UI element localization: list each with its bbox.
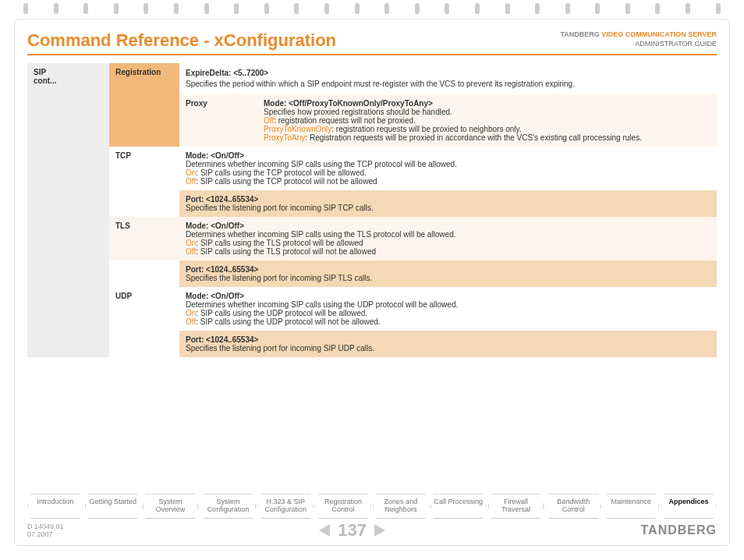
page-number: 137 (338, 520, 367, 541)
expire-delta: ExpireDelta: <5..7200> Specifies the per… (179, 63, 717, 94)
tab-registration-control[interactable]: Registration Control (315, 494, 371, 519)
tab-system-overview[interactable]: System Overview (143, 494, 199, 519)
header: Command Reference - xConfiguration TANDB… (27, 30, 717, 55)
udp-port: Port: <1024..65534> Specifies the listen… (179, 331, 717, 357)
tcp-row: TCP Mode: <On/Off> Determines whether in… (109, 147, 717, 190)
prev-arrow-icon[interactable] (319, 524, 330, 537)
tab-zones-neighbors[interactable]: Zones and Neighbors (373, 494, 429, 519)
config-table: SIP cont... Registration ExpireDelta: <5… (27, 63, 717, 357)
tab-h323-sip[interactable]: H.323 & SIP Configuration (257, 494, 314, 519)
udp-row: UDP Mode: <On/Off> Determines whether in… (109, 287, 717, 331)
tab-appendices[interactable]: Appendices (661, 494, 717, 519)
tab-bandwidth-control[interactable]: Bandwidth Control (545, 494, 601, 519)
page: Command Reference - xConfiguration TANDB… (14, 19, 730, 546)
tls-port: Port: <1024..65534> Specifies the listen… (179, 261, 717, 287)
proxy-row: Proxy Mode: <Off/ProxyToKnownOnly/ProxyT… (179, 94, 717, 147)
footer: D 14049.01 07.2007 137 TANDBERG (27, 520, 717, 541)
pager: 137 (319, 520, 385, 541)
tab-call-processing[interactable]: Call Processing (430, 494, 487, 519)
tab-getting-started[interactable]: Getting Started (85, 494, 141, 519)
tls-row: TLS Mode: <On/Off> Determines whether in… (109, 217, 717, 261)
page-title: Command Reference - xConfiguration (27, 30, 336, 51)
tab-introduction[interactable]: Introduction (27, 494, 83, 519)
registration-label: Registration (109, 63, 179, 147)
sip-label: SIP cont... (27, 63, 109, 357)
nav-tabs: Introduction Getting Started System Over… (27, 494, 717, 519)
tab-maintenance[interactable]: Maintenance (603, 494, 659, 519)
next-arrow-icon[interactable] (374, 524, 385, 537)
brand-logo: TANDBERG (641, 523, 717, 537)
doc-meta: D 14049.01 07.2007 (27, 523, 64, 538)
binder-holes (23, 3, 721, 17)
header-right: TANDBERG VIDEO COMMUNICATION SERVER ADMI… (560, 30, 717, 48)
tab-firewall-traversal[interactable]: Firewall Traversal (488, 494, 544, 519)
tab-system-configuration[interactable]: System Configuration (200, 494, 256, 519)
tcp-port: Port: <1024..65534> Specifies the listen… (179, 190, 717, 217)
